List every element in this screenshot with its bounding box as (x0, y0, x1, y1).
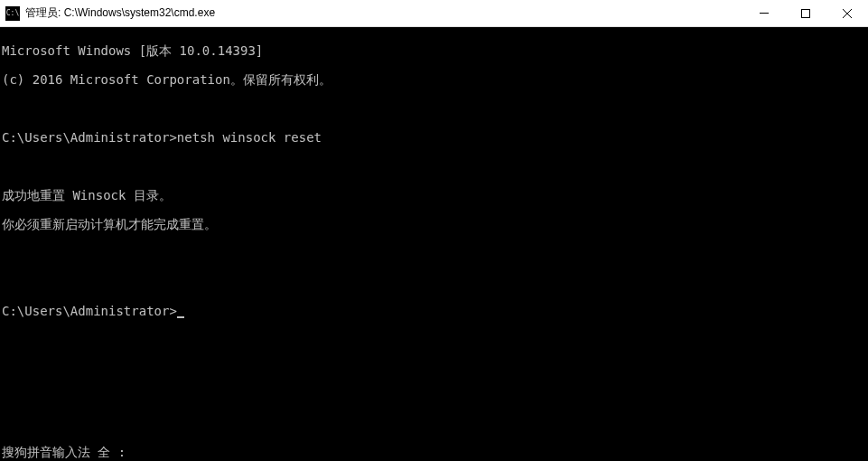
terminal-line (2, 101, 868, 116)
terminal-prompt: C:\Users\Administrator> (2, 304, 177, 318)
terminal-line: (c) 2016 Microsoft Corporation。保留所有权利。 (2, 72, 868, 87)
minimize-button[interactable] (743, 0, 785, 26)
terminal-line: Microsoft Windows [版本 10.0.14393] (2, 43, 868, 58)
terminal-prompt-line: C:\Users\Administrator> (2, 304, 868, 318)
cmd-icon: C:\ (5, 6, 20, 21)
window-title: 管理员: C:\Windows\system32\cmd.exe (25, 5, 743, 21)
maximize-icon (801, 9, 810, 18)
close-button[interactable] (826, 0, 868, 26)
window-controls (743, 0, 868, 26)
terminal-line: 成功地重置 Winsock 目录。 (2, 188, 868, 202)
terminal-cursor (177, 316, 184, 318)
cmd-icon-label: C:\ (6, 9, 19, 17)
terminal-line: C:\Users\Administrator>netsh winsock res… (2, 130, 868, 145)
close-icon (843, 9, 852, 18)
maximize-button[interactable] (785, 0, 826, 26)
terminal-line (2, 275, 868, 289)
terminal-line: 你必须重新启动计算机才能完成重置。 (2, 217, 868, 231)
ime-status: 搜狗拼音输入法 全 : (0, 445, 126, 461)
minimize-icon (760, 13, 769, 14)
terminal-line (2, 159, 868, 174)
terminal-output[interactable]: Microsoft Windows [版本 10.0.14393] (c) 20… (0, 27, 868, 461)
terminal-line (2, 246, 868, 260)
window-titlebar: C:\ 管理员: C:\Windows\system32\cmd.exe (0, 0, 868, 27)
